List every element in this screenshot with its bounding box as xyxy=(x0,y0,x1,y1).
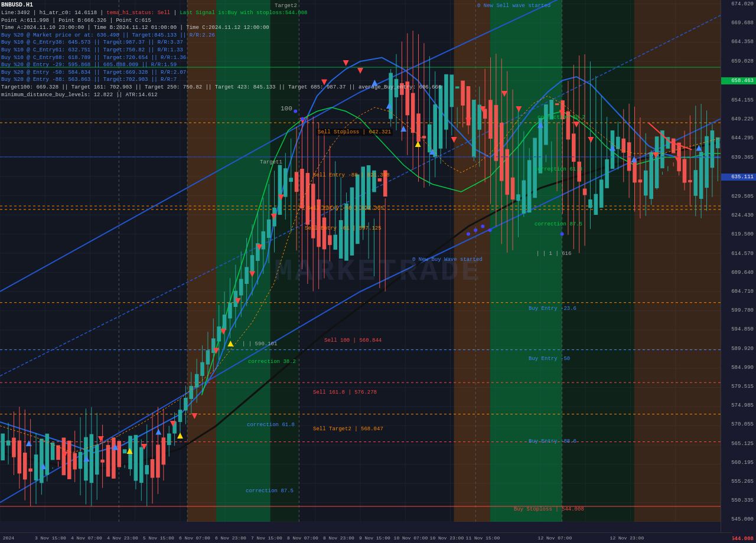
time-label: 10 Nov 07:00 xyxy=(394,535,428,541)
price-624: 624.430 xyxy=(721,212,756,218)
price-axis: 674.020 669.688 664.358 659.028 658.463 … xyxy=(721,0,756,543)
signal-val: Last Signal is:Buy with stoploss:544.008 xyxy=(180,10,307,16)
times: Time A:2024.11.10 23:00:00 | Time B:2024… xyxy=(1,24,367,32)
atr-val: h1_atr_c0: 14.6118 xyxy=(40,10,97,16)
price-574: 574.985 xyxy=(721,403,756,408)
time-label: 12 Nov 23:00 xyxy=(610,535,644,541)
price-579: 579.515 xyxy=(721,384,756,390)
buy-20-88: Buy %20 @ Entry -88: 563.863 || Target:7… xyxy=(1,76,367,84)
symbol-ohlc: BNBUSD.H1 xyxy=(1,1,367,9)
price-current: 635.111 xyxy=(721,174,756,181)
buy-10-38: Buy %10 @ C_Entry38: 645.573 || Target:9… xyxy=(1,39,367,47)
price-609: 609.640 xyxy=(721,270,756,276)
time-label: 7 Nov 15:00 xyxy=(251,535,282,541)
price-644: 644.295 xyxy=(721,135,756,141)
price-614: 614.570 xyxy=(721,251,756,257)
time-label: 3 Nov 15:00 xyxy=(35,535,66,541)
price-669: 669.688 xyxy=(721,20,756,26)
buy-10-88: Buy %10 @ C_Entry88: 618.789 || Target:7… xyxy=(1,54,367,62)
price-659: 659.028 xyxy=(721,58,756,64)
price-555: 555.265 xyxy=(721,479,756,485)
time-label: 4 Nov 23:00 xyxy=(107,535,138,541)
price-639: 639.365 xyxy=(721,155,756,161)
targets: Target100: 669.328 || Target 161: 702.90… xyxy=(1,84,367,91)
price-658: 658.463 xyxy=(721,77,756,84)
time-label: 2 Nov 2024 xyxy=(0,535,14,541)
tema-val: tema_h1_status: Sell xyxy=(106,10,170,16)
points: Point A:611.998 | Point B:666.326 | Poin… xyxy=(1,17,367,25)
price-649: 649.225 xyxy=(721,116,756,122)
line-val: Line:3492 xyxy=(1,10,30,16)
time-label: 6 Nov 23:00 xyxy=(215,535,246,541)
time-label: 6 Nov 07:00 xyxy=(179,535,210,541)
time-label: 9 Nov 15:00 xyxy=(359,535,390,541)
price-565: 565.125 xyxy=(721,441,756,447)
price-629: 629.505 xyxy=(721,194,756,199)
time-label: 10 Nov 23:00 xyxy=(430,535,464,541)
price-545: 545.000 xyxy=(721,516,756,522)
time-label: 8 Nov 23:00 xyxy=(323,535,354,541)
time-label: 8 Nov 07:00 xyxy=(287,535,318,541)
buy-market: Buy %20 @ Market price or at: 636.498 ||… xyxy=(1,32,367,40)
time-label: 4 Nov 07:00 xyxy=(71,535,102,541)
min-distance: minimum_distance_buy_levels: 12.822 || A… xyxy=(1,91,367,99)
buy-20-50: Buy %20 @ Entry -50: 584.834 || Target:6… xyxy=(1,69,367,77)
price-604: 604.710 xyxy=(721,289,756,295)
price-584: 584.990 xyxy=(721,365,756,371)
info-panel: BNBUSD.H1 Line:3492 | h1_atr_c0: 14.6118… xyxy=(1,1,367,99)
price-560: 560.195 xyxy=(721,460,756,466)
time-axis: 2 Nov 20243 Nov 15:004 Nov 07:004 Nov 23… xyxy=(0,532,732,543)
price-654: 654.155 xyxy=(721,97,756,103)
price-594: 594.850 xyxy=(721,326,756,332)
price-550: 550.335 xyxy=(721,498,756,503)
price-674: 674.020 xyxy=(721,1,756,7)
price-599: 599.780 xyxy=(721,308,756,313)
watermark: MARKETRADE xyxy=(274,254,482,289)
buy-20-entry: Buy %20 @ Entry -29: 595.868 || 605.888.… xyxy=(1,61,367,69)
price-619: 619.500 xyxy=(721,231,756,237)
price-570: 570.055 xyxy=(721,421,756,427)
chart-container: BNBUSD.H1 Line:3492 | h1_atr_c0: 14.6118… xyxy=(0,0,756,543)
price-664: 664.358 xyxy=(721,39,756,45)
price-589: 589.920 xyxy=(721,346,756,352)
time-label: 5 Nov 15:00 xyxy=(143,535,174,541)
line-atr: Line:3492 | h1_atr_c0: 14.6118 | tema_h1… xyxy=(1,9,367,17)
time-label: 12 Nov 07:00 xyxy=(538,535,572,541)
time-label: 11 Nov 15:00 xyxy=(466,535,500,541)
buy-10-61: Buy %10 @ C_Entry61: 632.751 || Target:7… xyxy=(1,47,367,54)
